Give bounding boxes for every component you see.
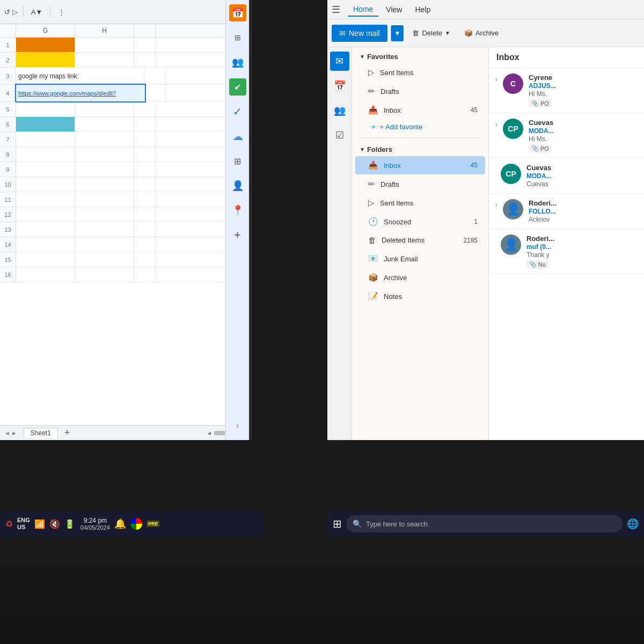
fav-drafts[interactable]: ✏ Drafts	[355, 82, 485, 100]
folder-drafts[interactable]: ✏ Drafts	[355, 175, 485, 193]
tasks-icon[interactable]: ✔	[229, 78, 246, 96]
tasks-nav-icon[interactable]: ☑	[330, 126, 349, 145]
folder-junk[interactable]: 📧 Junk Email	[355, 250, 485, 268]
add-favorite-button[interactable]: + + Add favorite	[352, 120, 488, 134]
wifi-icon[interactable]: 📶	[34, 519, 45, 529]
toolbar-divider2	[50, 6, 50, 17]
check-icon[interactable]: ✓	[229, 103, 246, 120]
expand-arrow[interactable]: ›	[495, 119, 497, 128]
cell-extra5[interactable]	[134, 102, 156, 116]
folder-snoozed[interactable]: 🕐 Snoozed 1	[355, 213, 485, 231]
recycle-icon[interactable]: ♻	[5, 519, 13, 529]
contacts-nav-icon[interactable]: 👥	[330, 101, 349, 120]
cell-g6[interactable]	[16, 117, 75, 131]
people-icon[interactable]: 👥	[229, 54, 246, 71]
more-options-btn[interactable]: ⋮	[56, 7, 67, 17]
hamburger-icon[interactable]: ☰	[332, 4, 340, 16]
cell-h3[interactable]	[145, 68, 166, 84]
table-row[interactable]: 10	[0, 177, 259, 192]
email-item[interactable]: 👤 Roderi... muf (0... Thank y 📎 No	[489, 229, 644, 274]
folder-inbox[interactable]: 📥 Inbox 45	[355, 156, 485, 174]
scroll-right-icon[interactable]: ►	[11, 430, 17, 436]
folder-archive[interactable]: 📦 Archive	[355, 268, 485, 287]
maps-pin-icon[interactable]: 📍	[229, 202, 246, 219]
internet-explorer-icon[interactable]: 🌐	[627, 518, 639, 530]
mute-icon[interactable]: 🔇	[49, 519, 60, 529]
folder-panel: ▼ Favorites ▷ Sent Items ✏ Drafts 📥 Inbo…	[352, 47, 489, 440]
calendar-nav-icon[interactable]: 📅	[330, 76, 349, 96]
menu-item-view[interactable]: View	[380, 3, 407, 16]
table-row[interactable]: 13	[0, 222, 259, 237]
cell-h1[interactable]	[75, 38, 134, 52]
email-item[interactable]: CP Cuevas MODA... Cuevas	[489, 158, 644, 194]
cell-g5[interactable]	[16, 102, 75, 116]
folders-header[interactable]: ▼ Folders	[352, 141, 488, 156]
cell-g1[interactable]	[16, 38, 75, 52]
cell-h2[interactable]	[75, 53, 134, 67]
scroll-left-icon[interactable]: ◄	[4, 430, 10, 436]
expand-arrow[interactable]: ›	[495, 74, 497, 83]
cell-h5[interactable]	[75, 102, 134, 116]
windows-search-bar[interactable]: 🔍 Type here to search	[346, 515, 623, 532]
delete-button[interactable]: 🗑 Delete ▼	[407, 26, 455, 40]
cell-maps-link[interactable]: https://www.google.com/maps/d/edit?	[16, 85, 145, 101]
expand-arrow[interactable]: ›	[495, 199, 497, 209]
menu-item-help[interactable]: Help	[409, 3, 436, 16]
h-scroll-left[interactable]: ◄	[206, 430, 212, 436]
apps-icon[interactable]: ⊞	[229, 152, 246, 170]
new-mail-dropdown-button[interactable]: ▼	[391, 25, 404, 41]
cell-h4[interactable]	[145, 85, 166, 101]
email-item[interactable]: › 👤 Roderi... FOLLO... Acknov	[489, 194, 644, 229]
cloud-icon[interactable]: ☁	[229, 128, 246, 145]
clock-date: 04/05/2024	[80, 524, 110, 531]
fav-inbox[interactable]: 📥 Inbox 45	[355, 101, 485, 119]
table-row[interactable]: 14	[0, 237, 259, 252]
cell-h6[interactable]	[75, 117, 134, 131]
table-row[interactable]: 16	[0, 267, 259, 282]
table-row[interactable]: 12	[0, 207, 259, 222]
cell-extra1[interactable]	[134, 38, 156, 52]
add-icon[interactable]: +	[229, 226, 246, 244]
notification-bell[interactable]: 🔔	[114, 518, 126, 530]
battery-icon[interactable]: 🔋	[64, 519, 75, 529]
folder-sent[interactable]: ▷ Sent Items	[355, 194, 485, 212]
font-btn[interactable]: A▼	[29, 7, 45, 17]
email-item[interactable]: › CP Cuevas MODA... Hi Ms. 📎 PO	[489, 113, 644, 158]
table-row[interactable]: 15	[0, 252, 259, 267]
h-scroll-thumb[interactable]	[214, 431, 225, 435]
table-row[interactable]: 9	[0, 162, 259, 177]
cell-extra6[interactable]	[134, 117, 156, 131]
table-row[interactable]: 11	[0, 192, 259, 207]
add-sheet-button[interactable]: +	[64, 427, 70, 438]
table-row[interactable]: 2	[0, 53, 259, 68]
table-row[interactable]: 6	[0, 117, 259, 132]
table-row[interactable]: 1	[0, 38, 259, 53]
cell-g2[interactable]	[16, 53, 75, 67]
menu-item-home[interactable]: Home	[348, 3, 378, 17]
cell-extra2[interactable]	[134, 53, 156, 67]
fav-sent-items[interactable]: ▷ Sent Items	[355, 63, 485, 82]
new-mail-button[interactable]: ✉ New mail	[332, 25, 387, 42]
folder-deleted[interactable]: 🗑 Deleted Items 2185	[355, 231, 485, 249]
sheet-tab[interactable]: Sheet1	[24, 428, 58, 438]
cell-maps-label[interactable]: google my maps link:	[16, 68, 145, 84]
workspace-sidebar: 📅 ⊞ 👥 ✔ ✓ ☁ ⊞ 👤 📍 + ›	[225, 0, 252, 440]
table-row[interactable]: 3 google my maps link:	[0, 68, 259, 85]
mail-nav-icon[interactable]: ✉	[330, 52, 349, 71]
folder-notes[interactable]: 📝 Notes	[355, 287, 485, 305]
calendar-icon[interactable]: 📅	[229, 4, 246, 21]
avatar-photo-icon: 👤	[506, 202, 521, 216]
scroll-left-arrows[interactable]: ◄ ►	[4, 430, 17, 436]
table-row[interactable]: 4 https://www.google.com/maps/d/edit?	[0, 85, 259, 102]
favorites-header[interactable]: ▼ Favorites	[352, 47, 488, 63]
person-icon[interactable]: 👤	[229, 177, 246, 194]
expand-sidebar-icon[interactable]: ›	[236, 421, 239, 430]
archive-button[interactable]: 📦 Archive	[459, 26, 504, 40]
table-row[interactable]: 7	[0, 132, 259, 147]
windows-start-button[interactable]: ⊞	[333, 517, 342, 530]
table-row[interactable]: 5	[0, 102, 259, 117]
sheets-sidebar-icon[interactable]: ⊞	[229, 29, 246, 46]
email-item[interactable]: › C Cyrene ADJUS... Hi Ms. 📎 PO	[489, 68, 644, 113]
table-row[interactable]: 8	[0, 147, 259, 162]
colorful-icon[interactable]	[130, 518, 142, 530]
